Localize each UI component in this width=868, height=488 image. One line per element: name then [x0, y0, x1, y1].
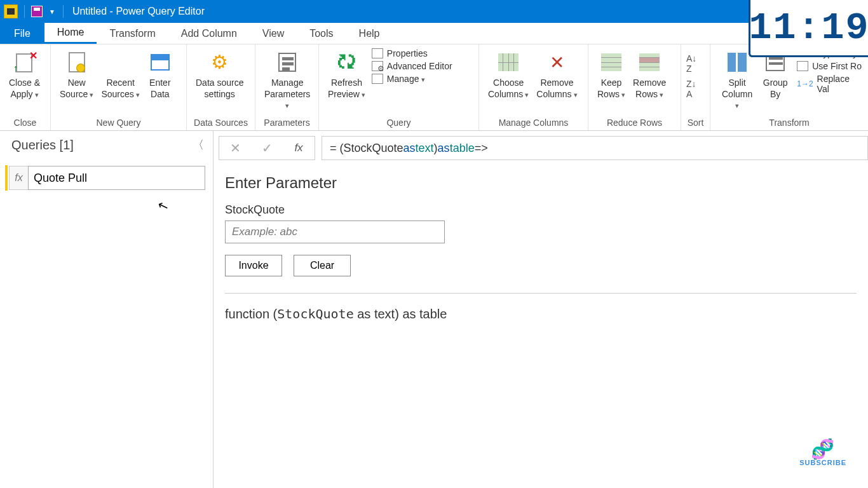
collapse-pane-icon[interactable]: 〈	[193, 137, 204, 152]
remove-rows-icon	[639, 53, 660, 71]
advanced-editor-button[interactable]: Advanced Editor	[372, 61, 452, 71]
qat-dropdown-icon[interactable]: ▼	[49, 8, 55, 15]
formula-bar[interactable]: = (StockQuote as text) as table =>	[322, 136, 868, 160]
main-area: ✕ ✓ fx = (StockQuote as text) as table =…	[214, 131, 868, 488]
formula-toolbar: ✕ ✓ fx	[219, 136, 315, 160]
group-reduce-rows: Reduce Rows	[588, 116, 681, 130]
function-icon: fx	[9, 166, 28, 190]
function-signature: function (StockQuote as text) as table	[225, 306, 857, 322]
group-manage-columns: Manage Columns	[479, 116, 588, 130]
clear-button[interactable]: Clear	[294, 255, 351, 276]
tab-help[interactable]: Help	[346, 23, 393, 44]
choose-columns-icon	[498, 53, 519, 71]
table-icon	[797, 61, 808, 71]
keep-rows-button[interactable]: Keep Rows	[593, 48, 629, 101]
group-data-sources: Data Sources	[187, 116, 255, 130]
queries-pane: Queries [1] 〈 fx	[0, 131, 214, 488]
split-column-button[interactable]: Split Column	[715, 48, 759, 112]
sort-asc-button[interactable]: A↓Z	[686, 53, 696, 74]
menu-bar: File Home Transform Add Column View Tool…	[0, 23, 868, 44]
sort-desc-button[interactable]: Z↓A	[686, 79, 696, 99]
parameter-label: StockQuote	[225, 203, 857, 217]
tab-tools[interactable]: Tools	[297, 23, 346, 44]
split-column-icon	[728, 53, 747, 72]
recent-sources-button[interactable]: Recent Sources	[97, 48, 143, 101]
parameters-icon	[278, 53, 296, 72]
title-bar: ▼ Untitled - Power Query Editor	[0, 0, 868, 23]
dna-icon: 🧬	[799, 440, 846, 459]
keep-rows-icon	[601, 53, 621, 71]
query-item[interactable]: fx	[5, 165, 205, 191]
use-first-row-button[interactable]: Use First Ro	[797, 61, 863, 71]
refresh-icon: 🗘	[334, 50, 359, 75]
tab-home[interactable]: Home	[44, 23, 97, 44]
manage-button[interactable]: Manage	[372, 74, 452, 84]
selection-indicator	[5, 165, 8, 191]
enter-parameter-heading: Enter Parameter	[225, 174, 857, 192]
properties-button[interactable]: Properties	[372, 48, 452, 58]
data-source-settings-button[interactable]: ⚙Data source settings	[192, 48, 247, 101]
group-sort: Sort	[681, 116, 710, 130]
remove-rows-button[interactable]: Remove Rows	[629, 48, 670, 101]
ribbon: ↑ Close & Apply Close New Source Recent …	[0, 44, 868, 131]
close-apply-button[interactable]: ↑ Close & Apply	[5, 48, 44, 101]
new-source-icon	[69, 52, 85, 72]
tab-view[interactable]: View	[250, 23, 297, 44]
save-icon[interactable]	[31, 6, 43, 17]
refresh-preview-button[interactable]: 🗘Refresh Preview	[324, 48, 369, 101]
advanced-editor-icon	[372, 61, 383, 71]
app-icon	[4, 4, 18, 18]
close-apply-icon: ↑	[12, 50, 37, 75]
group-close: Close	[0, 116, 50, 130]
enter-data-icon	[151, 54, 170, 71]
properties-icon	[372, 48, 383, 58]
tab-file[interactable]: File	[0, 23, 44, 44]
remove-columns-button[interactable]: ✕Remove Columns	[532, 48, 581, 101]
group-parameters: Parameters	[255, 116, 318, 130]
commit-formula-button[interactable]: ✓	[251, 140, 283, 156]
replace-values-button[interactable]: 1→2Replace Val	[797, 74, 863, 94]
gear-icon: ⚙	[207, 50, 233, 75]
fx-icon[interactable]: fx	[283, 142, 315, 154]
manage-icon	[372, 74, 383, 84]
cancel-formula-button[interactable]: ✕	[219, 140, 251, 156]
remove-columns-icon: ✕	[544, 50, 569, 75]
query-name-input[interactable]	[28, 166, 205, 190]
tab-add-column[interactable]: Add Column	[168, 23, 250, 44]
group-query: Query	[319, 116, 478, 130]
group-new-query: New Query	[51, 116, 186, 130]
new-source-button[interactable]: New Source	[56, 48, 97, 101]
divider	[225, 293, 857, 294]
manage-parameters-button[interactable]: Manage Parameters	[261, 48, 314, 112]
queries-title: Queries [1]	[11, 138, 74, 152]
subscribe-badge: 🧬 SUBSCRIBE	[799, 440, 846, 466]
tab-transform[interactable]: Transform	[97, 23, 168, 44]
parameter-input[interactable]	[225, 220, 445, 243]
invoke-button[interactable]: Invoke	[225, 255, 282, 276]
choose-columns-button[interactable]: Choose Columns	[484, 48, 532, 101]
group-transform: Transform	[710, 116, 868, 130]
enter-data-button[interactable]: Enter Data	[144, 48, 177, 101]
clock-overlay: 11:19	[749, 0, 868, 57]
window-title: Untitled - Power Query Editor	[72, 6, 205, 17]
